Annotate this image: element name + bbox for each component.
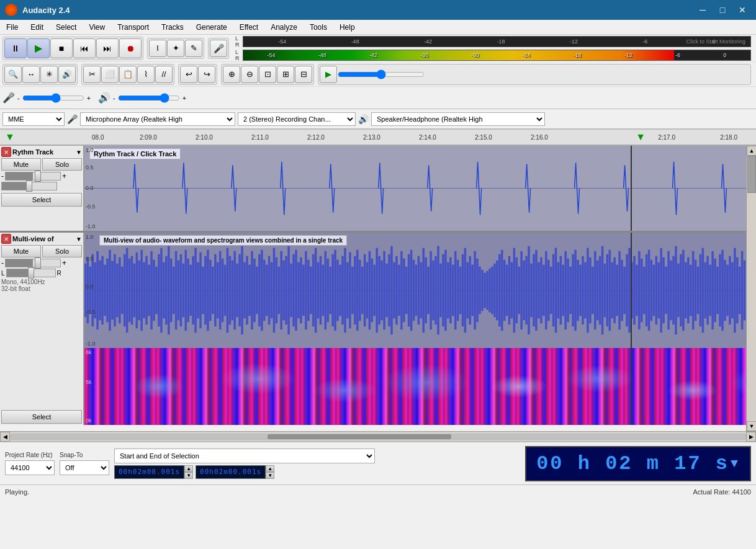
time2-down-button[interactable]: ▼ <box>266 472 274 479</box>
svg-rect-80 <box>276 257 277 323</box>
menu-analyze[interactable]: Analyze <box>264 22 304 33</box>
multiview-mute-button[interactable]: Mute <box>1 245 41 257</box>
time-display-dropdown-icon[interactable]: ▼ <box>731 457 740 471</box>
move-h-button[interactable]: ↔ <box>22 66 40 83</box>
multi3-button[interactable]: ✳ <box>40 66 58 83</box>
rhythm-mute-button[interactable]: Mute <box>1 158 41 171</box>
rhythm-track-close-button[interactable]: ✕ <box>1 147 11 157</box>
multiview-select-button[interactable]: Select <box>1 410 82 424</box>
time1-up-button[interactable]: ▲ <box>184 465 193 472</box>
scroll-up-button[interactable]: ▲ <box>747 146 756 156</box>
input-volume-slider[interactable] <box>22 93 84 103</box>
statusbar: Project Rate (Hz) 44100 48000 96000 Snap… <box>0 441 756 484</box>
svg-rect-29 <box>151 251 153 329</box>
skip-forward-button[interactable]: ⏭ <box>96 38 119 58</box>
menu-tracks[interactable]: Tracks <box>155 22 190 33</box>
project-rate-select[interactable]: 44100 48000 96000 <box>5 460 55 475</box>
api-select[interactable]: MME DirectSound WASAPI <box>2 112 65 126</box>
maximize-button[interactable]: □ <box>714 4 731 16</box>
timeline-ruler[interactable]: ▼ 08.0 2:09.0 2:10.0 2:11.0 2:12.0 2:13.… <box>0 130 756 146</box>
time-input-1: 00h02m00.001s ▲ ▼ <box>114 465 193 479</box>
compand-button[interactable]: // <box>155 66 173 83</box>
zoom-in-button[interactable]: 🔍 <box>4 66 22 83</box>
minimize-button[interactable]: ─ <box>694 4 711 16</box>
rhythm-solo-button[interactable]: Solo <box>42 158 82 171</box>
multiview-track-dropdown-icon[interactable]: ▼ <box>76 236 82 243</box>
trim-button[interactable]: ⬜ <box>101 66 119 83</box>
speaker2-button[interactable]: 🔊 <box>58 66 76 83</box>
menu-transport[interactable]: Transport <box>111 22 155 33</box>
pause-button[interactable]: ⏸ <box>4 38 27 58</box>
svg-rect-247 <box>685 262 686 318</box>
vu-top-meter[interactable]: Click to Start Monitoring -54 -48 -42 -1… <box>243 36 751 47</box>
stop-button[interactable]: ■ <box>50 38 73 58</box>
multiview-volume-slider[interactable] <box>5 259 61 267</box>
vertical-scrollbar[interactable]: ▲ ▼ <box>746 146 756 431</box>
zoom-fit-button[interactable]: ⊡ <box>259 66 276 83</box>
rhythm-select-button[interactable]: Select <box>1 193 82 207</box>
vu-b-label-42: -42 <box>369 52 377 58</box>
menu-tools[interactable]: Tools <box>304 22 333 33</box>
svg-rect-271 <box>744 261 745 320</box>
selection-type-select[interactable]: Start and End of Selection Start and Len… <box>114 449 375 463</box>
scroll-left-button[interactable]: ◀ <box>0 432 10 442</box>
mv-scale-0.5: 0.5 <box>86 256 94 262</box>
multiview-track-close-button[interactable]: ✕ <box>1 234 11 244</box>
clipboard-button[interactable]: 📋 <box>119 66 137 83</box>
scroll-right-button[interactable]: ▶ <box>746 432 756 442</box>
svg-rect-172 <box>501 250 503 331</box>
svg-rect-52 <box>207 250 209 331</box>
skip-back-button[interactable]: ⏮ <box>73 38 96 58</box>
channels-select[interactable]: 2 (Stereo) Recording Chan... <box>238 112 356 126</box>
cut-button[interactable]: ✂ <box>83 66 101 83</box>
transport-group: ⏸ ▶ ■ ⏮ ⏭ ⏺ <box>2 37 143 60</box>
menu-file[interactable]: File <box>0 22 24 33</box>
playback-speed-slider[interactable] <box>338 69 425 79</box>
menu-select[interactable]: Select <box>50 22 83 33</box>
play-speed-button[interactable]: ▶ <box>320 66 337 83</box>
menu-view[interactable]: View <box>83 22 111 33</box>
record-button[interactable]: ⏺ <box>119 38 142 58</box>
rhythm-pan-slider[interactable] <box>1 182 57 190</box>
zoom-sel-button[interactable]: ⊞ <box>277 66 294 83</box>
time-inputs: 00h02m00.001s ▲ ▼ 00h02m00.001s ▲ ▼ <box>114 465 520 479</box>
output-device-select[interactable]: Speaker/Headphone (Realtek High <box>371 112 545 126</box>
selection-tool-button[interactable]: I <box>149 40 166 57</box>
rhythm-track-dropdown-icon[interactable]: ▼ <box>76 149 82 156</box>
output-volume-slider[interactable] <box>118 93 180 103</box>
multi-tool-button[interactable]: ✦ <box>167 40 184 57</box>
draw-tool-button[interactable]: ✎ <box>185 40 202 57</box>
menu-generate[interactable]: Generate <box>190 22 233 33</box>
menu-edit[interactable]: Edit <box>24 22 50 33</box>
undo-button[interactable]: ↩ <box>180 66 197 83</box>
zoom-out-button[interactable]: ⊖ <box>241 66 258 83</box>
time-209: 2:09.0 <box>140 134 157 141</box>
zoom-in2-button[interactable]: ⊕ <box>223 66 240 83</box>
rhythm-volume-slider[interactable] <box>5 172 61 181</box>
redo-button[interactable]: ↪ <box>198 66 215 83</box>
svg-rect-32 <box>158 254 160 326</box>
menu-effect[interactable]: Effect <box>233 22 264 33</box>
vu-bottom-meter[interactable]: -54 -48 -42 -36 -30 -24 -18 -12 -6 0 <box>243 50 751 61</box>
input-device-select[interactable]: Microphone Array (Realtek High <box>80 112 235 126</box>
svg-rect-226 <box>633 256 635 324</box>
hscroll-thumb[interactable] <box>268 434 451 439</box>
scroll-thumb[interactable] <box>747 156 756 193</box>
multiview-solo-button[interactable]: Solo <box>42 245 82 257</box>
close-button[interactable]: ✕ <box>734 4 751 16</box>
time1-down-button[interactable]: ▼ <box>184 472 193 479</box>
svg-rect-111 <box>351 267 353 314</box>
scroll-down-button[interactable]: ▼ <box>747 421 756 431</box>
hscroll-track[interactable] <box>10 434 746 440</box>
multiview-pan-slider[interactable] <box>6 269 56 277</box>
project-rate-label: Project Rate (Hz) <box>5 452 55 458</box>
snap-select[interactable]: Off On <box>60 460 109 475</box>
envelope-button[interactable]: ⌇ <box>137 66 155 83</box>
play-button[interactable]: ▶ <box>27 38 50 58</box>
rhythm-volume-control: - + <box>1 172 82 181</box>
time2-up-button[interactable]: ▲ <box>266 465 274 472</box>
menu-help[interactable]: Help <box>333 22 361 33</box>
zoom-toggle-button[interactable]: ⊟ <box>295 66 312 83</box>
svg-rect-150 <box>447 262 449 318</box>
mic-button[interactable]: 🎤 <box>210 40 227 57</box>
